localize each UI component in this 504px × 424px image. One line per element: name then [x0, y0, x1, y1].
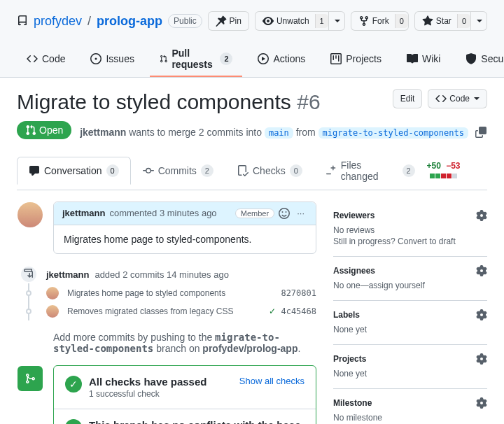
book-icon [407, 53, 418, 64]
gear-icon[interactable] [476, 210, 487, 221]
pr-icon [25, 125, 36, 136]
fork-button[interactable]: Fork0 [351, 11, 409, 31]
diffstat: +50 −53 [427, 154, 487, 188]
check-icon: ✓ [65, 376, 82, 393]
copy-icon[interactable] [475, 127, 486, 138]
timeline-event: jkettmann added 2 commits 14 minutes ago [46, 265, 316, 284]
commit-item[interactable]: Removes migrated classes from legacy CSS… [46, 302, 316, 320]
merge-box: ✓ All checks have passed 1 successful ch… [53, 365, 316, 425]
gear-icon[interactable] [476, 397, 487, 409]
nav-actions[interactable]: Actions [248, 48, 315, 71]
gear-icon[interactable] [476, 309, 487, 320]
comment-icon [29, 165, 40, 176]
push-note: Add more commits by pushing to the migra… [53, 332, 316, 354]
pr-icon [160, 53, 167, 64]
visibility-badge: Public [168, 14, 202, 28]
pin-button[interactable]: Pin [208, 11, 249, 31]
code-icon [435, 93, 447, 104]
owner-link[interactable]: profydev [34, 14, 82, 29]
check-icon: ✓ [65, 419, 82, 425]
star-button[interactable]: Star0 [414, 11, 471, 31]
repo-push-icon [23, 269, 34, 280]
tab-conversation[interactable]: Conversation0 [17, 157, 131, 185]
nav-pulls[interactable]: Pull requests2 [150, 42, 242, 77]
shield-icon [465, 53, 477, 64]
pin-icon [216, 15, 227, 27]
tab-checks[interactable]: Checks0 [225, 157, 314, 185]
eye-icon [262, 15, 274, 27]
unwatch-button[interactable]: Unwatch1 [255, 11, 329, 31]
smiley-icon[interactable] [279, 208, 290, 219]
repo-icon [17, 15, 28, 27]
nav-projects[interactable]: Projects [321, 48, 391, 71]
commit-icon [143, 165, 154, 176]
pr-title: Migrate to styled components #6 [17, 89, 321, 115]
diff-icon [326, 165, 337, 176]
repo-link[interactable]: prolog-app [97, 14, 162, 29]
nav-security[interactable]: Security [456, 48, 504, 71]
nav-code[interactable]: Code [17, 48, 75, 71]
checklist-icon [237, 165, 248, 176]
merge-icon [18, 366, 43, 391]
fork-icon [358, 15, 370, 27]
comment-menu[interactable]: ··· [294, 208, 307, 218]
play-icon [258, 53, 269, 64]
repo-title: profydev / prolog-app Public [17, 14, 202, 29]
star-icon [422, 15, 433, 27]
code-icon [27, 53, 38, 64]
avatar [46, 287, 59, 299]
tab-commits[interactable]: Commits2 [131, 157, 225, 185]
nav-issues[interactable]: Issues [80, 48, 144, 71]
star-dropdown[interactable] [471, 11, 487, 31]
gear-icon[interactable] [476, 265, 487, 276]
tab-files[interactable]: Files changed2 [314, 152, 427, 190]
pr-meta: Open jkettmann wants to merge 2 commits … [17, 121, 487, 139]
nav-wiki[interactable]: Wiki [397, 48, 450, 71]
commit-item[interactable]: Migrates home page to styled components8… [46, 284, 316, 302]
edit-button[interactable]: Edit [393, 89, 423, 108]
comment: jkettmann commented 3 minutes ago Member… [53, 202, 316, 254]
gear-icon[interactable] [476, 353, 487, 365]
code-dropdown[interactable]: Code [428, 89, 487, 108]
projects-icon [330, 53, 342, 64]
unwatch-dropdown[interactable] [329, 11, 345, 31]
show-all-checks-link[interactable]: Show all checks [239, 376, 304, 386]
avatar[interactable] [18, 202, 43, 227]
issues-icon [90, 53, 102, 64]
avatar [46, 305, 59, 318]
